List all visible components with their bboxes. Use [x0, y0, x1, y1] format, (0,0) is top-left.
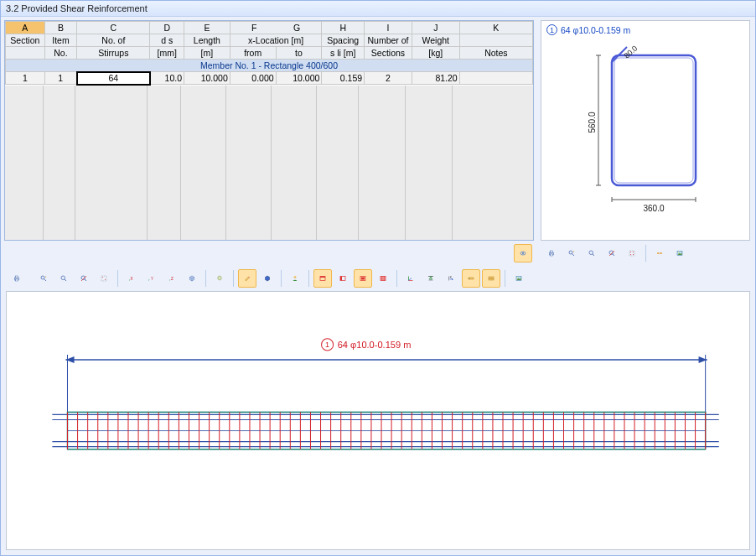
svg-text:Z: Z	[171, 277, 173, 281]
col-header-C[interactable]: C	[77, 22, 150, 34]
svg-text:Ⅰ: Ⅰ	[129, 278, 130, 282]
svg-point-27	[630, 254, 631, 255]
svg-rect-58	[340, 277, 342, 281]
svg-point-26	[633, 252, 634, 252]
elevation-toolbar: ⅠX Ⅰ·Y ⅠZ X	[1, 266, 755, 291]
grid[interactable]: A B C D E F G H I J K	[4, 20, 534, 241]
zoom-button[interactable]	[583, 244, 601, 262]
table-row[interactable]: 1 1 64 10.0 10.000 0.000 10.000 0.159 2 …	[6, 72, 533, 85]
svg-point-47	[105, 279, 106, 280]
col-header-A[interactable]: A	[6, 22, 45, 34]
move-button[interactable]	[210, 269, 229, 288]
svg-text:Y: Y	[151, 277, 153, 281]
svg-rect-60	[361, 278, 365, 280]
layer2-button[interactable]	[482, 269, 500, 288]
cross-section-number: 1	[546, 24, 557, 35]
svg-rect-77	[489, 277, 494, 278]
upper-pane: A B C D E F G H I J K	[1, 17, 755, 266]
col-header-E[interactable]: E	[184, 22, 230, 34]
view-y-button[interactable]: Ⅰ·Y	[142, 269, 161, 288]
svg-line-43	[85, 279, 86, 281]
zoom-cancel-button[interactable]	[75, 269, 93, 288]
col-header-I[interactable]: I	[365, 22, 412, 34]
table-panel: A B C D E F G H I J K	[4, 20, 534, 266]
svg-point-25	[630, 252, 631, 252]
svg-point-34	[678, 252, 679, 252]
cube-button[interactable]	[258, 269, 277, 288]
col-header-J[interactable]: J	[412, 22, 459, 34]
user-button[interactable]	[286, 269, 304, 288]
svg-line-67	[409, 278, 412, 281]
col-header-B[interactable]: B	[44, 22, 77, 34]
select-points-button[interactable]	[623, 244, 641, 262]
panel1-button[interactable]	[313, 269, 332, 288]
svg-marker-30	[657, 252, 659, 254]
col-title-row1: Section Item No. of d s Length x-Locatio…	[6, 34, 533, 47]
svg-text:Ⅰ: Ⅰ	[169, 278, 170, 282]
axes-button[interactable]	[401, 269, 420, 288]
select-points-button[interactable]	[95, 269, 113, 288]
zoom-cancel-button[interactable]	[603, 244, 621, 262]
col-header-H[interactable]: H	[322, 22, 365, 34]
svg-rect-24	[629, 251, 634, 256]
svg-rect-16	[551, 254, 553, 256]
image-button[interactable]	[671, 244, 689, 262]
cross-section-svg: 80.0 560.0 360.0	[562, 39, 729, 240]
svg-rect-78	[489, 278, 494, 280]
svg-rect-15	[551, 251, 553, 252]
print-button[interactable]	[542, 244, 561, 262]
panel4-button[interactable]	[374, 269, 392, 288]
svg-text:X: X	[131, 277, 133, 281]
svg-rect-36	[16, 276, 18, 278]
grid-toolbar	[4, 241, 534, 266]
cross-section-label: 64 φ10.0-0.159 m	[561, 25, 630, 35]
panel2-button[interactable]	[334, 269, 352, 288]
edit-button[interactable]	[238, 269, 256, 288]
svg-text:360.0: 360.0	[643, 204, 664, 213]
cross-section-view[interactable]: 1 64 φ10.0-0.159 m 80.0	[541, 20, 750, 241]
zoom-button[interactable]	[54, 269, 73, 288]
view-result-button[interactable]	[514, 244, 532, 262]
col-header-K[interactable]: K	[459, 22, 532, 34]
col-title-row2: No. Stirrups [mm] [m] from to s li [m] S…	[6, 47, 533, 60]
svg-text:Ⅰ·: Ⅰ·	[148, 278, 150, 282]
svg-point-76	[469, 278, 470, 279]
svg-marker-74	[452, 278, 453, 280]
svg-line-41	[65, 279, 66, 281]
svg-point-1	[522, 252, 524, 254]
member-group-row[interactable]: Member No. 1 - Rectangle 400/600	[6, 60, 533, 72]
elevation-svg: 1 64 φ10.0-0.159 m	[7, 292, 749, 549]
svg-line-22	[613, 254, 614, 256]
view-z-button[interactable]: ⅠZ	[163, 269, 181, 288]
svg-point-54	[294, 276, 297, 278]
panel3-button[interactable]	[354, 269, 372, 288]
svg-line-20	[593, 254, 594, 256]
grid-empty-area	[5, 86, 533, 241]
find-button[interactable]	[34, 269, 53, 288]
svg-text:560.0: 560.0	[588, 112, 597, 133]
view-x-button[interactable]: ⅠX	[122, 269, 141, 288]
print-button[interactable]	[8, 269, 26, 288]
layer1-button[interactable]	[462, 269, 480, 288]
svg-rect-56	[320, 277, 325, 278]
svg-text:X: X	[450, 276, 453, 279]
svg-point-17	[569, 251, 572, 254]
col-header-FG[interactable]: F G	[230, 22, 322, 34]
selected-cell[interactable]: 64	[77, 72, 150, 85]
elevation-panel[interactable]: 1 64 φ10.0-0.159 m	[6, 291, 750, 550]
col-header-D[interactable]: D	[150, 22, 184, 34]
view-3d-button[interactable]	[183, 269, 201, 288]
find-button[interactable]	[562, 244, 581, 262]
support-button[interactable]	[422, 269, 440, 288]
svg-marker-31	[661, 252, 663, 254]
svg-marker-69	[430, 277, 432, 280]
anchorage-button[interactable]: X	[442, 269, 460, 288]
dimensions-button[interactable]	[650, 244, 669, 262]
svg-text:64 φ10.0-0.159 m: 64 φ10.0-0.159 m	[338, 340, 412, 350]
svg-rect-3	[614, 58, 693, 183]
svg-rect-37	[16, 279, 18, 281]
image-button[interactable]	[510, 269, 528, 288]
window: 3.2 Provided Shear Reinforcement A	[0, 0, 756, 556]
svg-point-38	[41, 276, 44, 279]
svg-point-40	[61, 276, 65, 280]
